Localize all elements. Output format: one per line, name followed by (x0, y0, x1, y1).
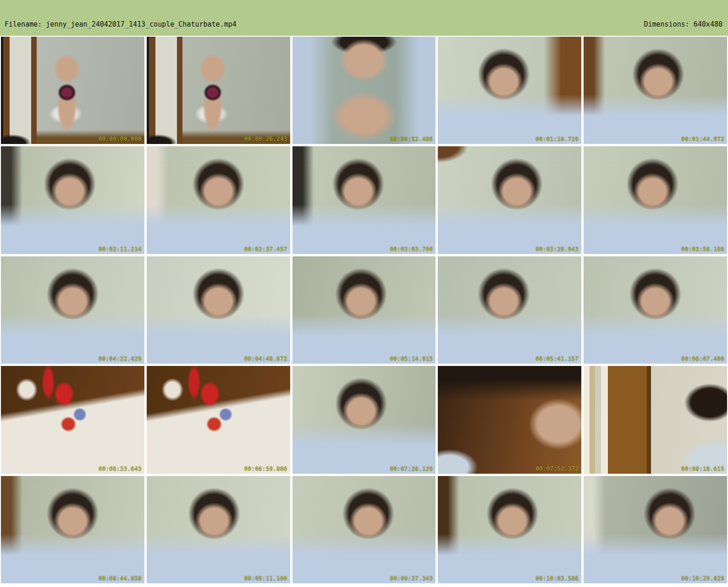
frame-timestamp: 00:07:52.372 (535, 465, 579, 472)
video-frame-thumbnail: 00:09:11.100 (147, 476, 290, 583)
frame-timestamp: 00:08:44.858 (99, 575, 142, 581)
video-frame-thumbnail: 00:01:44.972 (584, 37, 727, 144)
video-frame-thumbnail: 00:05:14.915 (292, 256, 436, 364)
frame-timestamp: 00:08:18.615 (681, 465, 724, 472)
video-frame-thumbnail: 00:10:29.829 (584, 476, 727, 583)
frame-timestamp: 00:06:33.643 (99, 465, 142, 472)
video-frame-thumbnail: 00:03:03.700 (292, 146, 436, 254)
filename-line: Filename: jenny_jean_24042017_1413_coupl… (5, 20, 237, 29)
frame-timestamp: 00:03:29.943 (535, 245, 579, 252)
video-frame-thumbnail: 00:08:18.615 (584, 366, 727, 473)
video-frame-thumbnail: 00:03:29.943 (438, 146, 581, 254)
video-frame-thumbnail: 00:06:07.400 (584, 256, 727, 364)
frame-timestamp: 00:02:11.214 (99, 245, 142, 252)
video-frame-thumbnail: 00:00:26.243 (147, 37, 290, 144)
frame-timestamp: 00:07:26.129 (390, 465, 433, 472)
video-frame-thumbnail: 00:06:59.886 (147, 366, 290, 473)
video-frame-thumbnail: 00:05:41.157 (438, 256, 581, 364)
video-frame-thumbnail: 00:09:37.343 (292, 476, 436, 583)
frame-timestamp: 00:01:18.729 (535, 135, 579, 142)
frame-timestamp: 00:04:22.429 (99, 355, 142, 362)
video-frame-thumbnail: 00:07:52.372 (438, 366, 581, 473)
video-frame-thumbnail: 00:03:56.186 (584, 146, 727, 254)
frame-timestamp: 00:01:44.972 (681, 135, 724, 142)
thumbnail-grid: 00:00:00.00000:00:26.24300:00:52.48600:0… (0, 36, 728, 587)
frame-timestamp: 00:06:59.886 (244, 465, 287, 472)
video-frame-thumbnail: 00:04:22.429 (1, 256, 144, 364)
video-frame-thumbnail: 00:00:00.000 (1, 37, 144, 144)
frame-timestamp: 00:09:11.100 (244, 575, 287, 581)
video-frame-thumbnail: 00:01:18.729 (438, 37, 581, 144)
frame-timestamp: 00:04:48.672 (244, 355, 287, 362)
frame-timestamp: 00:03:03.700 (390, 245, 433, 252)
video-frame-thumbnail: 00:06:33.643 (1, 366, 144, 473)
video-frame-thumbnail: 00:08:44.858 (1, 476, 144, 583)
frame-timestamp: 00:00:52.486 (390, 135, 433, 142)
video-frame-thumbnail: 00:04:48.672 (147, 256, 290, 364)
frame-timestamp: 00:03:56.186 (681, 245, 724, 252)
video-frame-thumbnail: 00:02:37.457 (147, 146, 290, 254)
frame-timestamp: 00:02:37.457 (244, 245, 287, 252)
contact-sheet: { "header": { "bg_color": "#b2cb8c", "te… (0, 0, 728, 587)
frame-timestamp: 00:06:07.400 (681, 355, 724, 362)
video-frame-thumbnail: 00:10:03.586 (438, 476, 581, 583)
video-frame-thumbnail: 00:07:26.129 (292, 366, 436, 473)
frame-timestamp: 00:00:26.243 (244, 135, 287, 142)
frame-timestamp: 00:10:29.829 (681, 575, 724, 581)
video-frame-thumbnail: 00:00:52.486 (292, 37, 436, 144)
frame-timestamp: 00:05:41.157 (535, 355, 579, 362)
frame-timestamp: 00:09:37.343 (390, 575, 433, 581)
frame-timestamp: 00:00:00.000 (99, 135, 142, 142)
frame-timestamp: 00:10:03.586 (535, 575, 579, 581)
dimensions-line: Dimensions: 640x480 (619, 20, 722, 29)
frame-timestamp: 00:05:14.915 (390, 355, 433, 362)
file-metadata-header: Filename: jenny_jean_24042017_1413_coupl… (0, 0, 728, 36)
video-frame-thumbnail: 00:02:11.214 (1, 146, 144, 254)
